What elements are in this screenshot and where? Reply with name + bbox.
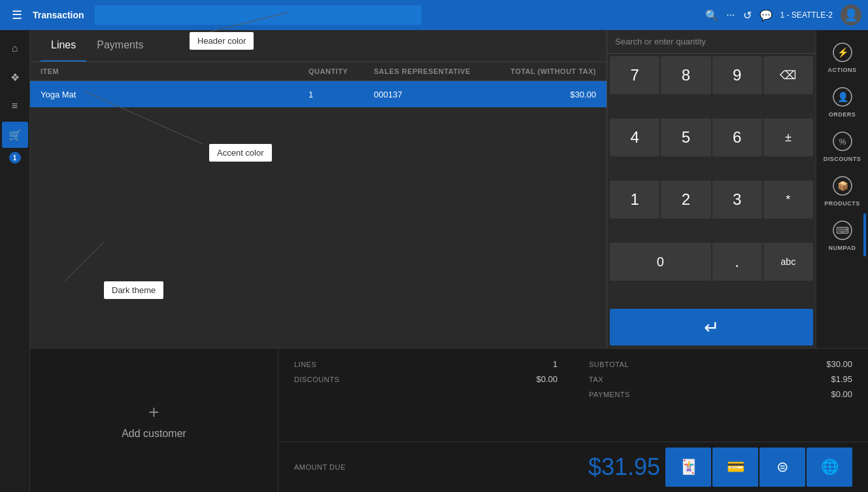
pay-card-button[interactable]: 💳 xyxy=(712,448,758,487)
avatar: 👤 xyxy=(841,5,861,26)
top-bar-actions: 🔍 ··· ↺ 💬 1 - SEATTLE-2 👤 xyxy=(705,5,861,26)
svg-text:%: % xyxy=(839,137,846,147)
tab-lines[interactable]: Lines xyxy=(41,30,86,62)
svg-text:📦: 📦 xyxy=(837,181,848,192)
more-icon[interactable]: ··· xyxy=(726,9,735,21)
chat-icon[interactable]: 💬 xyxy=(760,9,773,22)
search-icon[interactable]: 🔍 xyxy=(705,9,718,22)
summary-left: LINES 1 DISCOUNTS $0.00 xyxy=(294,359,558,431)
actions-icon: ⚡ xyxy=(831,41,854,64)
numpad-4[interactable]: 4 xyxy=(610,118,659,156)
payments-label: PAYMENTS xyxy=(589,391,630,398)
action-discounts[interactable]: % DISCOUNTS xyxy=(819,124,866,167)
numpad-panel: Search or enter quantity 7 8 9 ⌫ 4 5 6 ±… xyxy=(607,30,816,348)
bottom-area: + Add customer LINES 1 DISCOUNTS xyxy=(30,348,868,492)
tab-payments[interactable]: Payments xyxy=(86,30,154,62)
payment-buttons: 🃏 💳 ⊜ 🌐 xyxy=(665,448,852,487)
search-quantity: Search or enter quantity xyxy=(607,30,816,54)
menu-icon[interactable]: ☰ xyxy=(7,5,27,25)
pay-cash-button[interactable]: 🃏 xyxy=(665,448,711,487)
action-products[interactable]: 📦 PRODUCTS xyxy=(819,169,866,212)
tax-row: TAX $1.95 xyxy=(589,374,852,384)
cell-total: $30.00 xyxy=(492,90,596,99)
discounts-row: DISCOUNTS $0.00 xyxy=(294,374,558,384)
numpad-enter[interactable]: ↵ xyxy=(610,309,813,345)
sidebar-item-menu[interactable]: ≡ xyxy=(2,93,28,119)
pay-check-button[interactable]: ⊜ xyxy=(760,448,805,487)
left-sidebar: ⌂ ❖ ≡ 🛒 1 xyxy=(0,30,30,492)
numpad-action-label: NUMPAD xyxy=(829,245,856,251)
numpad-0[interactable]: 0 xyxy=(610,243,711,281)
numpad-backspace[interactable]: ⌫ xyxy=(763,56,813,94)
numpad-3[interactable]: 3 xyxy=(712,181,762,219)
transaction-area: Lines Payments ITEM QUANTITY SALES REPRE… xyxy=(30,30,868,348)
table-header: ITEM QUANTITY SALES REPRESENTATIVE TOTAL… xyxy=(30,62,607,81)
numpad-1[interactable]: 1 xyxy=(610,181,659,219)
top-bar: ☰ Transaction 🔍 ··· ↺ 💬 1 - SEATTLE-2 👤 xyxy=(0,0,868,30)
pay-other-button[interactable]: 🌐 xyxy=(807,448,852,487)
numpad-5[interactable]: 5 xyxy=(661,118,710,156)
subtotal-row: SUBTOTAL $30.00 xyxy=(589,359,852,369)
numpad-icon: ⌨ xyxy=(831,219,854,242)
payments-value: $0.00 xyxy=(831,389,852,399)
numpad-9[interactable]: 9 xyxy=(712,56,762,94)
sidebar-item-products[interactable]: ❖ xyxy=(2,64,28,90)
customer-section: + Add customer xyxy=(30,349,278,492)
discounts-label: DISCOUNTS xyxy=(294,376,339,383)
accent-color-arrow xyxy=(203,92,333,150)
app-title: Transaction xyxy=(33,10,84,20)
active-indicator xyxy=(863,213,866,256)
subtotal-label: SUBTOTAL xyxy=(589,360,629,368)
svg-text:⚡: ⚡ xyxy=(837,47,848,58)
header-color-label: Header color xyxy=(190,32,254,50)
add-customer-button[interactable]: + Add customer xyxy=(122,402,186,440)
numpad-6[interactable]: 6 xyxy=(712,118,762,156)
subtotal-value: $30.00 xyxy=(826,359,852,369)
tax-value: $1.95 xyxy=(831,374,852,384)
svg-text:⌨: ⌨ xyxy=(836,225,849,236)
payments-row: PAYMENTS $0.00 xyxy=(589,389,852,399)
orders-icon: 👤 xyxy=(831,85,854,109)
numpad-7[interactable]: 7 xyxy=(610,56,659,94)
products-label: PRODUCTS xyxy=(824,200,860,207)
action-actions[interactable]: ⚡ ACTIONS xyxy=(819,35,866,79)
action-orders[interactable]: 👤 ORDERS xyxy=(819,80,866,123)
actions-label: ACTIONS xyxy=(828,67,857,73)
numpad-abc[interactable]: abc xyxy=(763,243,813,281)
col-item: ITEM xyxy=(41,67,309,75)
amount-due-row: AMOUNT DUE $31.95 🃏 💳 ⊜ 🌐 xyxy=(278,442,868,492)
amount-due-value: $31.95 xyxy=(588,453,660,481)
col-quantity: QUANTITY xyxy=(309,67,374,75)
numpad-dot[interactable]: . xyxy=(712,243,762,281)
accent-color-label: Accent color xyxy=(209,144,272,162)
amount-due-label: AMOUNT DUE xyxy=(294,463,346,471)
numpad-2[interactable]: 2 xyxy=(661,181,710,219)
lines-label: LINES xyxy=(294,360,316,368)
numpad-grid: 7 8 9 ⌫ 4 5 6 ± 1 2 3 * 0 . abc xyxy=(607,54,816,306)
numpad-plusminus[interactable]: ± xyxy=(763,118,813,156)
sidebar-item-cart[interactable]: 🛒 xyxy=(2,122,28,148)
plus-icon: + xyxy=(148,402,159,423)
pos-container: ☰ Transaction 🔍 ··· ↺ 💬 1 - SEATTLE-2 👤 … xyxy=(0,0,868,492)
numpad-8[interactable]: 8 xyxy=(661,56,710,94)
numpad-multiply[interactable]: * xyxy=(763,181,813,219)
svg-text:👤: 👤 xyxy=(837,92,848,103)
orders-label: ORDERS xyxy=(829,111,856,118)
tax-label: TAX xyxy=(589,376,603,383)
col-salesrep: SALES REPRESENTATIVE xyxy=(374,67,492,75)
discounts-value: $0.00 xyxy=(536,374,558,384)
col-total: TOTAL (WITHOUT TAX) xyxy=(492,67,596,75)
far-right-sidebar: ⚡ ACTIONS 👤 ORDERS % DISCO xyxy=(816,30,868,348)
lines-row: LINES 1 xyxy=(294,359,558,369)
summary-right: SUBTOTAL $30.00 TAX $1.95 PAYMENTS $0.00 xyxy=(589,359,852,431)
action-numpad[interactable]: ⌨ NUMPAD xyxy=(819,213,866,256)
refresh-icon[interactable]: ↺ xyxy=(743,9,752,22)
discounts-label: DISCOUNTS xyxy=(824,156,861,162)
summary-area: LINES 1 DISCOUNTS $0.00 SUBTOTAL $ xyxy=(278,349,868,492)
left-panel: Lines Payments ITEM QUANTITY SALES REPRE… xyxy=(30,30,607,348)
lines-value: 1 xyxy=(553,359,558,369)
discounts-icon: % xyxy=(831,130,854,153)
dark-theme-label: Dark theme xyxy=(104,281,163,299)
cell-salesrep: 000137 xyxy=(374,90,492,99)
sidebar-item-home[interactable]: ⌂ xyxy=(2,35,28,62)
